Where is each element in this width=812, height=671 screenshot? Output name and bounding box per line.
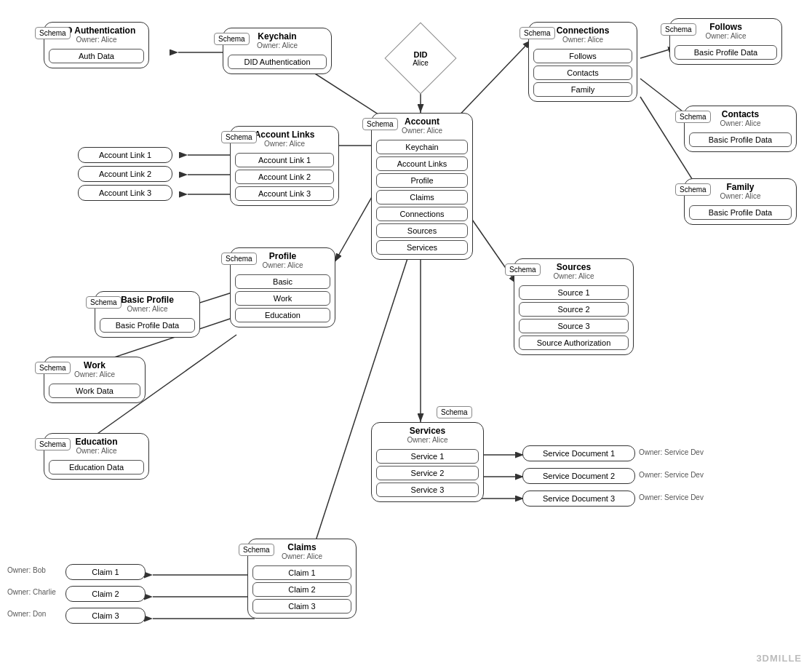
claim3-owner-label: Owner: Don — [7, 610, 46, 618]
schema-follows: Schema — [661, 23, 696, 36]
svc-doc-1: Service Document 1 — [522, 445, 635, 461]
did-sublabel: Alice — [413, 59, 429, 67]
account-item-profile: Profile — [376, 173, 468, 188]
account-item-connections: Connections — [376, 207, 468, 221]
sources-item-3: Source 3 — [519, 319, 629, 333]
claims-item-3: Claim 3 — [252, 599, 351, 614]
basic-profile-item: Basic Profile Data — [100, 318, 195, 333]
schema-account-links: Schema — [221, 131, 257, 143]
profile-item-work: Work — [235, 291, 330, 306]
did-node: DID Alice — [395, 33, 446, 84]
svc-doc-2: Service Document 2 — [522, 468, 635, 484]
profile-item-education: Education — [235, 308, 330, 322]
standalone-al3: Account Link 3 — [78, 185, 172, 201]
schema-services: Schema — [437, 406, 472, 418]
sources-item-1: Source 1 — [519, 285, 629, 300]
standalone-al1: Account Link 1 — [78, 147, 172, 163]
keychain-item-did-auth: DID Authentication — [228, 55, 327, 69]
education-item: Education Data — [49, 460, 144, 475]
schema-claims: Schema — [239, 544, 274, 556]
account-links-item-2: Account Link 2 — [235, 170, 334, 184]
account-item-services: Services — [376, 240, 468, 255]
svc-doc2-owner: Owner: Service Dev — [639, 471, 704, 479]
connections-item-contacts: Contacts — [533, 65, 632, 80]
contacts-item: Basic Profile Data — [689, 132, 792, 147]
profile-item-basic: Basic — [235, 274, 330, 289]
work-item: Work Data — [49, 384, 140, 398]
services-title: Services — [372, 423, 483, 436]
svc-doc-3: Service Document 3 — [522, 491, 635, 507]
schema-contacts: Schema — [675, 111, 711, 123]
did-label: DID — [414, 50, 428, 59]
did-auth-item: Auth Data — [49, 49, 144, 63]
services-owner: Owner: Alice — [372, 436, 483, 447]
family-item: Basic Profile Data — [689, 205, 792, 220]
services-item-2: Service 2 — [376, 466, 479, 480]
claim1-owner-label: Owner: Bob — [7, 566, 46, 574]
services-item-1: Service 1 — [376, 449, 479, 464]
diagram-canvas: DID Alice Account Owner: Alice Keychain … — [0, 0, 812, 671]
services-item-3: Service 3 — [376, 483, 479, 497]
standalone-claim1: Claim 1 — [65, 564, 146, 580]
account-group: Account Owner: Alice Keychain Account Li… — [371, 113, 473, 260]
schema-basic-profile: Schema — [86, 296, 122, 309]
schema-education: Schema — [35, 438, 71, 450]
sources-item-auth: Source Authorization — [519, 336, 629, 350]
connections-item-follows: Follows — [533, 49, 632, 63]
watermark: 3DMILLE — [756, 653, 802, 664]
follows-item: Basic Profile Data — [674, 45, 777, 60]
standalone-claim2: Claim 2 — [65, 586, 146, 602]
schema-account: Schema — [362, 118, 398, 130]
svg-line-17 — [451, 40, 531, 124]
account-links-item-1: Account Link 1 — [235, 153, 334, 167]
schema-did-auth: Schema — [35, 27, 71, 39]
standalone-al2: Account Link 2 — [78, 166, 172, 182]
claim2-owner-label: Owner: Charlie — [7, 588, 56, 596]
schema-connections: Schema — [520, 27, 555, 39]
schema-family: Schema — [675, 183, 711, 196]
account-item-sources: Sources — [376, 223, 468, 238]
claims-item-2: Claim 2 — [252, 582, 351, 597]
schema-profile: Schema — [221, 253, 257, 265]
schema-work: Schema — [35, 362, 71, 374]
claims-item-1: Claim 1 — [252, 565, 351, 580]
schema-sources: Schema — [505, 263, 541, 276]
account-item-account-links: Account Links — [376, 156, 468, 171]
services-group: Services Owner: Alice Service 1 Service … — [371, 422, 484, 502]
svc-doc1-owner: Owner: Service Dev — [639, 448, 704, 456]
standalone-claim3: Claim 3 — [65, 608, 146, 624]
account-links-item-3: Account Link 3 — [235, 186, 334, 201]
connections-item-family: Family — [533, 82, 632, 97]
svc-doc3-owner: Owner: Service Dev — [639, 493, 704, 501]
schema-keychain: Schema — [214, 33, 250, 45]
account-item-claims: Claims — [376, 190, 468, 205]
sources-item-2: Source 2 — [519, 302, 629, 317]
account-item-keychain: Keychain — [376, 140, 468, 154]
